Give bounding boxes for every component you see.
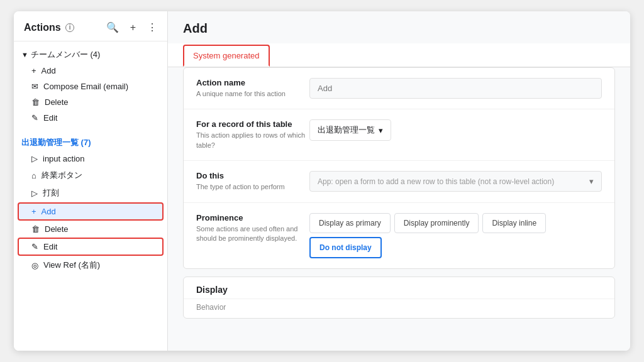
- record-table-value: 出退勤管理一覧: [318, 124, 375, 136]
- do-this-select[interactable]: App: open a form to add a new row to thi…: [309, 171, 602, 192]
- behavior-label: Behavior: [184, 299, 614, 318]
- tab-label: System generated: [193, 51, 260, 60]
- sidebar-item-add-team[interactable]: + Add: [14, 63, 167, 79]
- form-section-main: Action name A unique name for this actio…: [183, 67, 615, 269]
- form-area: Action name A unique name for this actio…: [168, 67, 630, 351]
- group-team-members-header[interactable]: ▼ チームメンバー (4): [14, 45, 167, 63]
- do-this-control: App: open a form to add a new row to thi…: [309, 171, 602, 192]
- record-table-row: For a record of this table This action a…: [184, 109, 614, 161]
- action-name-label-col: Action name A unique name for this actio…: [196, 78, 309, 99]
- sidebar-item-delete-team[interactable]: 🗑 Delete: [14, 94, 167, 110]
- sidebar-item-label: Delete: [45, 97, 69, 107]
- prominence-display-prominently-button[interactable]: Display prominently: [394, 213, 479, 233]
- group-attendance-label: 出退勤管理一覧 (7): [21, 137, 91, 148]
- sidebar-item-viewref[interactable]: ◎ View Ref (名前): [14, 256, 167, 274]
- record-table-label-col: For a record of this table This action a…: [196, 119, 309, 150]
- arrow-icon: ▷: [31, 154, 38, 163]
- sidebar-item-label: Delete: [45, 224, 69, 234]
- prominence-display-primary-button[interactable]: Display as primary: [309, 213, 391, 233]
- action-name-sublabel: A unique name for this action: [196, 89, 309, 99]
- edit-icon-2: ✎: [31, 242, 38, 251]
- info-icon: i: [65, 23, 74, 32]
- tab-system-generated[interactable]: System generated: [183, 45, 270, 67]
- sidebar-item-edit-attendance[interactable]: ✎ Edit: [18, 238, 164, 256]
- display-section-header: Display: [184, 277, 614, 299]
- prominence-label: Prominence: [196, 213, 309, 222]
- sidebar: Actions i 🔍 + ⋮ ▼ チームメンバー (4) + Add ✉ Co…: [14, 11, 168, 351]
- sidebar-item-label: View Ref (名前): [43, 260, 100, 271]
- do-this-label-col: Do this The type of action to perform: [196, 171, 309, 192]
- main-content: Add System generated Action name A uniqu…: [168, 11, 630, 351]
- display-section: Display Behavior: [183, 277, 615, 319]
- sidebar-item-delete-attendance[interactable]: 🗑 Delete: [14, 221, 167, 237]
- group-attendance-header[interactable]: 出退勤管理一覧 (7): [14, 133, 167, 151]
- arrow-icon-2: ▷: [31, 189, 38, 198]
- plus-icon: +: [31, 66, 36, 75]
- sidebar-title: Actions i: [24, 22, 104, 33]
- do-this-sublabel: The type of action to perform: [196, 182, 309, 192]
- group-team-members-label: チームメンバー (4): [31, 49, 101, 60]
- sidebar-item-input-action[interactable]: ▷ input action: [14, 151, 167, 167]
- action-name-row: Action name A unique name for this actio…: [184, 68, 614, 109]
- action-name-input[interactable]: [309, 78, 602, 99]
- sidebar-item-label: Add: [42, 207, 56, 216]
- sidebar-item-shugyo[interactable]: ⌂ 終業ボタン: [14, 167, 167, 184]
- viewref-icon: ◎: [31, 261, 38, 270]
- prominence-btn-label: Display as primary: [319, 219, 381, 228]
- sidebar-header-icons: 🔍 + ⋮: [104, 20, 160, 35]
- edit-icon: ✎: [31, 113, 38, 123]
- trash-icon-2: 🗑: [31, 224, 40, 234]
- sidebar-item-label: input action: [43, 154, 85, 163]
- sidebar-item-label: Edit: [43, 113, 57, 123]
- prominence-label-col: Prominence Some actions are used often a…: [196, 213, 309, 244]
- prominence-sublabel: Some actions are used often and should b…: [196, 224, 309, 244]
- chevron-down-icon: ▼: [21, 51, 28, 58]
- record-table-control: 出退勤管理一覧 ▾: [309, 119, 602, 141]
- sidebar-item-add-attendance[interactable]: + Add: [18, 202, 164, 221]
- do-this-label: Do this: [196, 171, 309, 180]
- prominence-control: Display as primary Display prominently D…: [309, 213, 602, 258]
- prominence-buttons: Display as primary Display prominently D…: [309, 213, 602, 258]
- add-action-button[interactable]: +: [128, 21, 138, 35]
- sidebar-item-compose-email[interactable]: ✉ Compose Email (email): [14, 79, 167, 94]
- prominence-row: Prominence Some actions are used often a…: [184, 203, 614, 268]
- home-icon: ⌂: [31, 171, 36, 180]
- prominence-do-not-display-button[interactable]: Do not display: [309, 237, 382, 258]
- record-table-label: For a record of this table: [196, 119, 309, 129]
- app-window: Actions i 🔍 + ⋮ ▼ チームメンバー (4) + Add ✉ Co…: [14, 11, 630, 351]
- action-name-control: [309, 78, 602, 99]
- email-icon: ✉: [31, 82, 38, 91]
- more-options-button[interactable]: ⋮: [145, 20, 160, 35]
- tab-bar: System generated: [168, 43, 630, 67]
- prominence-btn-label-2: Display prominently: [404, 219, 470, 228]
- sidebar-item-label: 終業ボタン: [42, 170, 82, 181]
- chevron-down-icon: ▾: [379, 126, 383, 135]
- group-attendance: 出退勤管理一覧 (7) ▷ input action ⌂ 終業ボタン ▷ 打刻 …: [14, 129, 167, 278]
- sidebar-item-label: Edit: [43, 242, 57, 251]
- group-team-members: ▼ チームメンバー (4) + Add ✉ Compose Email (ema…: [14, 41, 167, 129]
- sidebar-item-label: Add: [42, 66, 56, 75]
- do-this-row: Do this The type of action to perform Ap…: [184, 161, 614, 202]
- prominence-display-inline-button[interactable]: Display inline: [482, 213, 546, 233]
- record-table-select[interactable]: 出退勤管理一覧 ▾: [309, 119, 391, 141]
- chevron-down-icon-2: ▾: [589, 177, 594, 186]
- action-name-label: Action name: [196, 78, 309, 87]
- sidebar-item-edit-team[interactable]: ✎ Edit: [14, 110, 167, 126]
- do-this-placeholder: App: open a form to add a new row to thi…: [318, 177, 554, 186]
- prominence-btn-label-4: Do not display: [319, 243, 372, 252]
- sidebar-item-dakoku[interactable]: ▷ 打刻: [14, 184, 167, 202]
- sidebar-item-label: 打刻: [43, 187, 59, 199]
- page-title: Add: [183, 21, 208, 35]
- sidebar-header: Actions i 🔍 + ⋮: [14, 11, 167, 41]
- main-header: Add: [168, 11, 630, 43]
- sidebar-title-text: Actions: [24, 22, 61, 33]
- trash-icon: 🗑: [31, 97, 40, 107]
- plus-icon-2: +: [31, 207, 36, 216]
- search-button[interactable]: 🔍: [104, 20, 121, 35]
- sidebar-item-label: Compose Email (email): [43, 82, 128, 91]
- prominence-btn-label-3: Display inline: [492, 219, 536, 228]
- record-table-sublabel: This action applies to rows of which tab…: [196, 131, 309, 150]
